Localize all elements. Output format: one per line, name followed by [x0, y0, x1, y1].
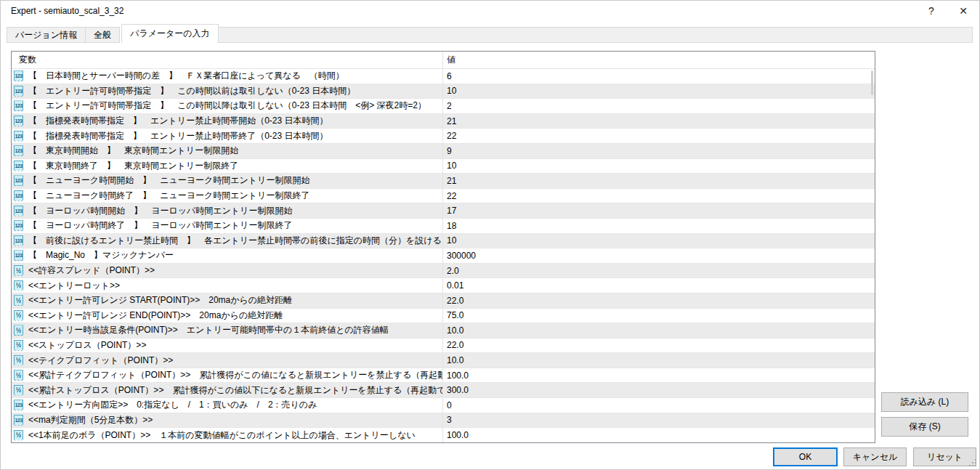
table-row[interactable]: 123 【 日本時間とサーバー時間の差 】 ＦＸ業者口座によって異なる （時間）…: [12, 69, 875, 84]
parameter-name-cell: 123 【 Magic_No 】マジックナンバー: [12, 248, 443, 263]
table-row[interactable]: 123 【 東京時間終了 】 東京時間エントリー制限終了 10: [12, 159, 875, 174]
parameter-name: 【 Magic_No 】マジックナンバー: [28, 249, 174, 262]
cancel-button[interactable]: キャンセル: [843, 447, 907, 466]
parameter-value-cell[interactable]: 2: [443, 99, 875, 113]
load-button[interactable]: 読み込み (L): [881, 392, 968, 412]
parameter-value-cell[interactable]: 10: [443, 159, 875, 174]
parameter-value-cell[interactable]: 300.0: [443, 383, 875, 397]
parameter-value-cell[interactable]: 300000: [443, 248, 875, 263]
column-header-variable[interactable]: 変数: [12, 52, 443, 68]
expert-properties-dialog: { "window": { "title": "Expert - semiaut…: [0, 0, 980, 470]
parameter-value-cell[interactable]: 10: [443, 84, 875, 99]
parameter-value-cell[interactable]: 22: [443, 129, 875, 143]
parameter-name-cell: 123 【 日本時間とサーバー時間の差 】 ＦＸ業者口座によって異なる （時間）: [12, 69, 443, 84]
parameter-value-cell[interactable]: 17: [443, 203, 875, 218]
reset-button[interactable]: リセット: [913, 447, 976, 466]
parameter-name-cell: ½ <<テイクプロフィット（POINT）>>: [12, 353, 443, 368]
table-row[interactable]: ½ <<ストップロス（POINT）>> 22.0: [12, 339, 875, 354]
table-row[interactable]: ½ <<エントリー許可レンジ START(POINT)>> 20maからの絶対距…: [12, 293, 875, 309]
parameter-name-cell: 123 【 指標発表時間帯指定 】 エントリー禁止時間帯開始（0-23 日本時間…: [12, 114, 443, 129]
tab-bar: バージョン情報 全般 パラメーターの入力: [7, 25, 973, 43]
scrollbar-thumb[interactable]: [871, 70, 873, 95]
parameter-type-icon: ½: [14, 265, 23, 276]
parameter-value-cell[interactable]: 6: [443, 69, 875, 84]
parameter-value-cell[interactable]: 22.0: [443, 339, 875, 353]
table-row[interactable]: 123 【 ヨーロッパ時間終了 】 ヨーロッパ時間エントリー制限終了 18: [12, 219, 875, 234]
table-row[interactable]: ½ <<テイクプロフィット（POINT）>> 10.0: [12, 353, 875, 368]
table-row[interactable]: 123 【 ヨーロッパ時間開始 】 ヨーロッパ時間エントリー制限開始 17: [12, 203, 875, 219]
parameter-name: <<エントリー許可レンジ END(POINT)>> 20maからの絶対距離: [28, 309, 283, 322]
table-row[interactable]: ½ <<累計テイクプロフィット（POINT）>> 累計獲得がこの値になると新規エ…: [12, 368, 875, 384]
table-row[interactable]: 123 【 指標発表時間帯指定 】 エントリー禁止時間帯終了（0-23 日本時間…: [12, 129, 875, 144]
parameter-type-icon: 123: [14, 116, 23, 126]
table-row[interactable]: 123 【 Magic_No 】マジックナンバー 300000: [12, 248, 875, 264]
parameter-name: <<累計ストップロス（POINT）>> 累計獲得がこの値以下になると新規エントリ…: [28, 384, 443, 397]
tab-general[interactable]: 全般: [86, 27, 120, 43]
parameter-value-cell[interactable]: 18: [443, 219, 875, 233]
table-row[interactable]: ½ <<1本前足のボラ（POINT）>> １本前の変動値幅がこのポイント以上の場…: [12, 428, 875, 442]
parameter-name-cell: 123 【 前後に設けるエントリー禁止時間 】 各エントリー禁止時間帯の前後に指…: [12, 234, 443, 248]
table-row[interactable]: 123 【 東京時間開始 】 東京時間エントリー制限開始 9: [12, 144, 875, 159]
parameter-value-cell[interactable]: 2.0: [443, 264, 875, 278]
title-bar: Expert - semiauto_scal_3_32 ? ✕: [1, 1, 979, 20]
ok-button[interactable]: OK: [773, 447, 838, 466]
table-row[interactable]: ½ <<エントリー許可レンジ END(POINT)>> 20maからの絶対距離 …: [12, 309, 875, 324]
parameter-name-cell: 123 【 東京時間終了 】 東京時間エントリー制限終了: [12, 159, 443, 174]
parameter-name-cell: 123 【 エントリー許可時間帯指定 】 この時間以前は取引しない（0-23 日…: [12, 84, 443, 99]
parameter-name: <<エントリー許可レンジ START(POINT)>> 20maからの絶対距離: [28, 294, 292, 307]
close-icon[interactable]: ✕: [947, 1, 979, 20]
table-row[interactable]: 123 【 前後に設けるエントリー禁止時間 】 各エントリー禁止時間帯の前後に指…: [12, 234, 875, 249]
parameter-value-cell[interactable]: 0.01: [443, 278, 875, 293]
table-row[interactable]: ½ <<累計ストップロス（POINT）>> 累計獲得がこの値以下になると新規エン…: [12, 383, 875, 398]
parameter-type-icon: 123: [14, 100, 23, 111]
parameter-value-cell[interactable]: 9: [443, 144, 875, 158]
table-row[interactable]: ½ <<エントリー時当該足条件(POINT)>> エントリー可能時間帯中の１本前…: [12, 323, 875, 339]
parameter-name: 【 指標発表時間帯指定 】 エントリー禁止時間帯終了（0-23 日本時間）: [28, 130, 328, 142]
parameter-name-cell: ½ <<1本前足のボラ（POINT）>> １本前の変動値幅がこのポイント以上の場…: [12, 428, 443, 442]
parameter-value-cell[interactable]: 22.0: [443, 293, 875, 308]
column-header-value[interactable]: 値: [443, 52, 875, 68]
parameter-type-icon: ½: [14, 295, 23, 306]
parameter-value-cell[interactable]: 100.0: [443, 428, 875, 442]
table-row[interactable]: 123 【 エントリー許可時間帯指定 】 この時間以前は取引しない（0-23 日…: [12, 84, 875, 100]
parameter-value-cell[interactable]: 3: [443, 413, 875, 428]
table-row[interactable]: 123 【 ニューヨーク時間終了 】 ニューヨーク時間エントリー制限終了 22: [12, 189, 875, 204]
parameter-name-cell: ½ <<ストップロス（POINT）>>: [12, 339, 443, 353]
tab-parameter-input[interactable]: パラメーターの入力: [121, 24, 218, 43]
parameter-value-cell[interactable]: 10.0: [443, 353, 875, 368]
parameter-name-cell: 123 【 ニューヨーク時間開始 】 ニューヨーク時間エントリー制限開始: [12, 174, 443, 188]
parameter-value-cell[interactable]: 10: [443, 234, 875, 248]
parameter-name-cell: 123 <<ma判定期間（5分足本数）>>: [12, 413, 443, 428]
parameter-value-cell[interactable]: 21: [443, 174, 875, 188]
window-title: Expert - semiauto_scal_3_32: [1, 6, 123, 16]
table-header: 変数 値: [12, 52, 875, 69]
parameter-value-cell[interactable]: 100.0: [443, 368, 875, 383]
table-row[interactable]: 123 【 指標発表時間帯指定 】 エントリー禁止時間帯開始（0-23 日本時間…: [12, 114, 875, 129]
table-row[interactable]: ½ <<エントリーロット>> 0.01: [12, 278, 875, 293]
parameter-type-icon: 123: [14, 145, 23, 156]
table-row[interactable]: 123 <<エントリー方向固定>> 0:指定なし / 1：買いのみ / 2：売り…: [12, 398, 875, 413]
resize-grip-icon[interactable]: [969, 459, 977, 467]
parameter-name: <<累計テイクプロフィット（POINT）>> 累計獲得がこの値になると新規エント…: [28, 369, 443, 381]
table-row[interactable]: ½ <<許容スプレッド（POINT）>> 2.0: [12, 264, 875, 279]
parameter-value-cell[interactable]: 10.0: [443, 323, 875, 338]
table-row[interactable]: 123 【 ニューヨーク時間開始 】 ニューヨーク時間エントリー制限開始 21: [12, 174, 875, 189]
parameter-type-icon: 123: [14, 415, 23, 426]
parameter-value-cell[interactable]: 21: [443, 114, 875, 129]
parameter-name: <<テイクプロフィット（POINT）>>: [28, 354, 173, 367]
parameter-type-icon: 123: [14, 175, 23, 186]
tab-version-info[interactable]: バージョン情報: [7, 27, 86, 43]
parameter-name-cell: 123 【 エントリー許可時間帯指定 】 この時間以降は取引しない（0-23 日…: [12, 99, 443, 113]
help-icon[interactable]: ?: [915, 1, 947, 20]
parameter-name-cell: 123 【 ニューヨーク時間終了 】 ニューヨーク時間エントリー制限終了: [12, 189, 443, 203]
parameter-value-cell[interactable]: 75.0: [443, 309, 875, 323]
parameter-value-cell[interactable]: 0: [443, 398, 875, 413]
table-row[interactable]: 123 <<ma判定期間（5分足本数）>> 3: [12, 413, 875, 429]
parameter-name: <<1本前足のボラ（POINT）>> １本前の変動値幅がこのポイント以上の場合、…: [28, 429, 416, 442]
parameter-type-icon: 123: [14, 250, 23, 261]
parameter-name: <<エントリーロット>>: [28, 280, 120, 292]
save-button[interactable]: 保存 (S): [881, 417, 968, 437]
parameter-value-cell[interactable]: 22: [443, 189, 875, 203]
table-row[interactable]: 123 【 エントリー許可時間帯指定 】 この時間以降は取引しない（0-23 日…: [12, 99, 875, 114]
parameter-type-icon: 123: [14, 131, 23, 142]
